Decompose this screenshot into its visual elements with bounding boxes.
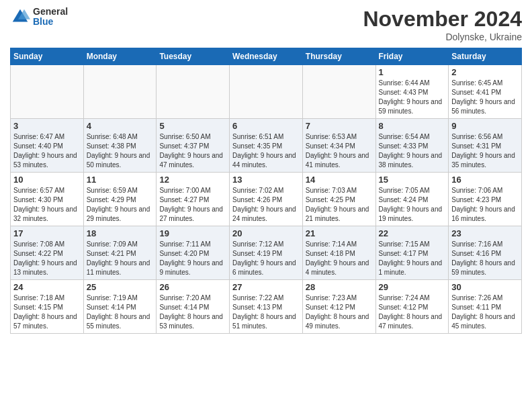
day-detail: Sunrise: 7:19 AM Sunset: 4:14 PM Dayligh…: [87, 293, 154, 331]
calendar-cell: [83, 65, 157, 119]
day-number: 6: [232, 121, 300, 131]
day-detail: Sunrise: 7:15 AM Sunset: 4:17 PM Dayligh…: [379, 240, 446, 277]
day-detail: Sunrise: 7:26 AM Sunset: 4:11 PM Dayligh…: [451, 293, 519, 331]
day-number: 22: [379, 228, 446, 238]
logo-general: General: [33, 7, 68, 17]
day-number: 13: [232, 175, 300, 185]
day-detail: Sunrise: 6:51 AM Sunset: 4:35 PM Dayligh…: [232, 132, 300, 170]
day-number: 30: [451, 282, 519, 292]
day-number: 21: [306, 228, 373, 238]
day-number: 27: [232, 282, 300, 292]
day-detail: Sunrise: 7:14 AM Sunset: 4:18 PM Dayligh…: [306, 240, 373, 277]
day-number: 2: [451, 67, 519, 77]
calendar-week-row: 3Sunrise: 6:47 AM Sunset: 4:40 PM Daylig…: [11, 119, 522, 173]
title-block: November 2024 Dolynske, Ukraine: [363, 7, 522, 42]
day-number: 15: [379, 175, 446, 185]
day-number: 24: [13, 282, 81, 292]
day-detail: Sunrise: 7:18 AM Sunset: 4:15 PM Dayligh…: [13, 293, 81, 331]
calendar-week-row: 17Sunrise: 7:08 AM Sunset: 4:22 PM Dayli…: [11, 226, 522, 280]
day-detail: Sunrise: 7:00 AM Sunset: 4:27 PM Dayligh…: [159, 186, 226, 224]
day-detail: Sunrise: 7:24 AM Sunset: 4:12 PM Dayligh…: [379, 293, 446, 331]
day-number: 4: [87, 121, 154, 131]
calendar-cell: 20Sunrise: 7:12 AM Sunset: 4:19 PM Dayli…: [230, 226, 303, 280]
col-monday: Monday: [83, 48, 157, 65]
calendar-cell: 19Sunrise: 7:11 AM Sunset: 4:20 PM Dayli…: [157, 226, 230, 280]
calendar-cell: 3Sunrise: 6:47 AM Sunset: 4:40 PM Daylig…: [11, 119, 84, 173]
calendar-cell: 17Sunrise: 7:08 AM Sunset: 4:22 PM Dayli…: [11, 226, 84, 280]
calendar-cell: 30Sunrise: 7:26 AM Sunset: 4:11 PM Dayli…: [449, 280, 522, 334]
calendar-cell: [157, 65, 230, 119]
calendar-cell: 5Sunrise: 6:50 AM Sunset: 4:37 PM Daylig…: [157, 119, 230, 173]
day-detail: Sunrise: 7:22 AM Sunset: 4:13 PM Dayligh…: [232, 293, 300, 331]
header-row: Sunday Monday Tuesday Wednesday Thursday…: [11, 48, 522, 65]
day-number: 11: [87, 175, 154, 185]
day-detail: Sunrise: 6:47 AM Sunset: 4:40 PM Dayligh…: [13, 132, 81, 170]
calendar-cell: 1Sunrise: 6:44 AM Sunset: 4:43 PM Daylig…: [375, 65, 449, 119]
day-detail: Sunrise: 6:56 AM Sunset: 4:31 PM Dayligh…: [451, 132, 519, 170]
day-detail: Sunrise: 6:54 AM Sunset: 4:33 PM Dayligh…: [379, 132, 446, 170]
col-saturday: Saturday: [449, 48, 522, 65]
day-number: 18: [87, 228, 154, 238]
location: Dolynske, Ukraine: [363, 32, 522, 42]
calendar-week-row: 24Sunrise: 7:18 AM Sunset: 4:15 PM Dayli…: [11, 280, 522, 334]
day-detail: Sunrise: 6:44 AM Sunset: 4:43 PM Dayligh…: [379, 79, 446, 116]
day-detail: Sunrise: 6:59 AM Sunset: 4:29 PM Dayligh…: [87, 186, 154, 224]
day-detail: Sunrise: 7:05 AM Sunset: 4:24 PM Dayligh…: [379, 186, 446, 224]
calendar-cell: 11Sunrise: 6:59 AM Sunset: 4:29 PM Dayli…: [83, 173, 157, 226]
day-number: 9: [451, 121, 519, 131]
header: General Blue November 2024 Dolynske, Ukr…: [10, 7, 522, 42]
day-number: 23: [451, 228, 519, 238]
day-detail: Sunrise: 6:57 AM Sunset: 4:30 PM Dayligh…: [13, 186, 81, 224]
calendar-cell: 21Sunrise: 7:14 AM Sunset: 4:18 PM Dayli…: [302, 226, 375, 280]
calendar-cell: 24Sunrise: 7:18 AM Sunset: 4:15 PM Dayli…: [11, 280, 84, 334]
day-detail: Sunrise: 6:45 AM Sunset: 4:41 PM Dayligh…: [451, 79, 519, 116]
calendar-cell: 14Sunrise: 7:03 AM Sunset: 4:25 PM Dayli…: [302, 173, 375, 226]
col-wednesday: Wednesday: [230, 48, 303, 65]
calendar-cell: 29Sunrise: 7:24 AM Sunset: 4:12 PM Dayli…: [375, 280, 449, 334]
day-number: 14: [306, 175, 373, 185]
calendar-cell: 8Sunrise: 6:54 AM Sunset: 4:33 PM Daylig…: [375, 119, 449, 173]
day-detail: Sunrise: 6:48 AM Sunset: 4:38 PM Dayligh…: [87, 132, 154, 170]
day-number: 7: [306, 121, 373, 131]
day-detail: Sunrise: 7:02 AM Sunset: 4:26 PM Dayligh…: [232, 186, 300, 224]
day-number: 29: [379, 282, 446, 292]
calendar-cell: [302, 65, 375, 119]
day-detail: Sunrise: 7:20 AM Sunset: 4:14 PM Dayligh…: [159, 293, 226, 331]
logo: General Blue: [10, 7, 68, 28]
logo-text: General Blue: [33, 7, 68, 28]
day-detail: Sunrise: 7:23 AM Sunset: 4:12 PM Dayligh…: [306, 293, 373, 331]
col-sunday: Sunday: [11, 48, 84, 65]
day-detail: Sunrise: 7:03 AM Sunset: 4:25 PM Dayligh…: [306, 186, 373, 224]
day-number: 19: [159, 228, 226, 238]
calendar-cell: 2Sunrise: 6:45 AM Sunset: 4:41 PM Daylig…: [449, 65, 522, 119]
day-detail: Sunrise: 7:09 AM Sunset: 4:21 PM Dayligh…: [87, 240, 154, 277]
calendar-cell: 16Sunrise: 7:06 AM Sunset: 4:23 PM Dayli…: [449, 173, 522, 226]
calendar-cell: 4Sunrise: 6:48 AM Sunset: 4:38 PM Daylig…: [83, 119, 157, 173]
day-number: 10: [13, 175, 81, 185]
calendar-cell: 15Sunrise: 7:05 AM Sunset: 4:24 PM Dayli…: [375, 173, 449, 226]
day-detail: Sunrise: 7:06 AM Sunset: 4:23 PM Dayligh…: [451, 186, 519, 224]
calendar-cell: 18Sunrise: 7:09 AM Sunset: 4:21 PM Dayli…: [83, 226, 157, 280]
day-number: 16: [451, 175, 519, 185]
calendar-cell: 7Sunrise: 6:53 AM Sunset: 4:34 PM Daylig…: [302, 119, 375, 173]
day-detail: Sunrise: 6:53 AM Sunset: 4:34 PM Dayligh…: [306, 132, 373, 170]
day-number: 3: [13, 121, 81, 131]
col-friday: Friday: [375, 48, 449, 65]
month-title: November 2024: [363, 7, 522, 32]
calendar-cell: 6Sunrise: 6:51 AM Sunset: 4:35 PM Daylig…: [230, 119, 303, 173]
calendar-cell: [11, 65, 84, 119]
calendar-cell: 26Sunrise: 7:20 AM Sunset: 4:14 PM Dayli…: [157, 280, 230, 334]
calendar-cell: 9Sunrise: 6:56 AM Sunset: 4:31 PM Daylig…: [449, 119, 522, 173]
logo-blue: Blue: [33, 17, 68, 27]
calendar-week-row: 1Sunrise: 6:44 AM Sunset: 4:43 PM Daylig…: [11, 65, 522, 119]
calendar-cell: [230, 65, 303, 119]
col-thursday: Thursday: [302, 48, 375, 65]
day-number: 17: [13, 228, 81, 238]
day-detail: Sunrise: 7:11 AM Sunset: 4:20 PM Dayligh…: [159, 240, 226, 277]
page-container: General Blue November 2024 Dolynske, Ukr…: [0, 0, 532, 340]
day-number: 1: [379, 67, 446, 77]
day-number: 20: [232, 228, 300, 238]
day-detail: Sunrise: 7:08 AM Sunset: 4:22 PM Dayligh…: [13, 240, 81, 277]
day-number: 26: [159, 282, 226, 292]
day-detail: Sunrise: 7:16 AM Sunset: 4:16 PM Dayligh…: [451, 240, 519, 277]
